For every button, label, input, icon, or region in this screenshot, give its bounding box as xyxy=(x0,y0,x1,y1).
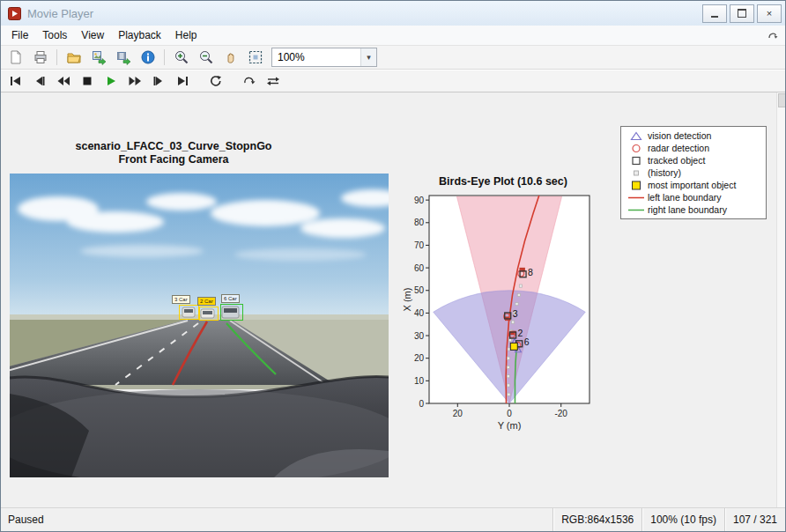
playback-toolbar xyxy=(1,70,785,92)
legend-item-left-lane: left lane boundary xyxy=(625,191,762,203)
loop-mode-icon xyxy=(242,75,256,87)
export-video-icon xyxy=(115,49,131,65)
vehicle-tag-2: 2 Car xyxy=(197,297,216,306)
zoom-out-icon xyxy=(198,49,214,65)
legend-item-history: (history) xyxy=(625,166,762,179)
vision-bbox-1 xyxy=(179,305,199,320)
svg-text:10: 10 xyxy=(414,376,425,386)
step-forward-button[interactable] xyxy=(147,70,170,91)
svg-text:90: 90 xyxy=(414,196,425,205)
camera-title: scenario_LFACC_03_Curve_StopnGo Front Fa… xyxy=(1,140,346,166)
birdseye-plot-title: Birds-Eye Plot (10.6 sec) xyxy=(402,175,604,188)
svg-text:30: 30 xyxy=(414,331,425,341)
maximize-button[interactable] xyxy=(730,4,754,23)
minimize-icon xyxy=(711,16,718,18)
legend-item-radar: radar detection xyxy=(625,142,762,154)
viewer-area: scenario_LFACC_03_Curve_StopnGo Front Fa… xyxy=(1,92,785,508)
menu-file[interactable]: File xyxy=(4,27,35,43)
svg-text:50: 50 xyxy=(414,285,425,295)
fit-to-view-button[interactable] xyxy=(243,47,267,68)
open-button[interactable] xyxy=(62,47,85,68)
vision-bbox-2 xyxy=(199,307,219,321)
fast-forward-button[interactable] xyxy=(123,70,146,91)
step-back-button[interactable] xyxy=(28,70,51,91)
svg-text:X (m): X (m) xyxy=(402,288,412,312)
legend-item-tracked: tracked object xyxy=(625,154,762,166)
vision-bbox-3 xyxy=(220,304,243,321)
zoom-level-value: 100% xyxy=(272,51,360,63)
svg-text:80: 80 xyxy=(414,218,425,227)
export-image-icon xyxy=(91,49,107,65)
tracked-object-icon xyxy=(627,156,646,166)
last-frame-icon xyxy=(175,76,189,86)
fast-forward-icon xyxy=(128,76,142,86)
pan-hand-icon xyxy=(223,49,239,65)
front-facing-camera-view: 3 Car 2 Car 6 Car xyxy=(10,174,389,477)
play-button[interactable] xyxy=(100,70,122,91)
menu-help[interactable]: Help xyxy=(168,27,204,43)
close-icon: × xyxy=(767,8,772,18)
birdseye-plot: 38260102030405060708090200-20Y (m)X (m) xyxy=(402,188,597,443)
zoom-out-button[interactable] xyxy=(194,47,218,68)
svg-text:0: 0 xyxy=(419,399,424,409)
radar-detection-icon xyxy=(627,144,646,153)
stop-button[interactable] xyxy=(76,70,99,91)
stop-icon xyxy=(80,76,94,86)
camera-title-line1: scenario_LFACC_03_Curve_StopnGo xyxy=(1,140,346,153)
scrollbar-thumb[interactable] xyxy=(778,93,786,107)
repeat-button[interactable] xyxy=(204,70,227,91)
plot-legend: vision detection radar detection tracked… xyxy=(620,126,767,219)
svg-text:60: 60 xyxy=(414,263,425,273)
menu-tools[interactable]: Tools xyxy=(35,27,74,43)
combobox-dropdown-icon[interactable]: ▾ xyxy=(360,48,376,66)
goto-first-frame-button[interactable] xyxy=(4,70,27,91)
statusbar: Paused RGB:864x1536 100% (10 fps) 107 / … xyxy=(1,507,785,531)
playback-state: Paused xyxy=(1,514,552,526)
playback-mode-button[interactable] xyxy=(238,70,261,91)
birdseye-plot-svg: 38260102030405060708090200-20Y (m)X (m) xyxy=(402,188,597,440)
fliprepeat-button[interactable] xyxy=(262,70,285,91)
vehicle-tag-1: 3 Car xyxy=(172,295,190,304)
menu-view[interactable]: View xyxy=(74,27,111,43)
svg-text:20: 20 xyxy=(414,353,425,363)
legend-item-vision: vision detection xyxy=(625,129,762,142)
legend-item-right-lane: right lane boundary xyxy=(625,203,762,216)
export-video-button[interactable] xyxy=(111,47,135,68)
svg-text:6: 6 xyxy=(524,336,530,347)
rewind-button[interactable] xyxy=(52,70,75,91)
svg-text:-20: -20 xyxy=(554,409,567,418)
zoom-level-combobox[interactable]: 100% ▾ xyxy=(271,48,377,67)
status-rgb: RGB:864x1536 xyxy=(552,508,641,531)
close-button[interactable]: × xyxy=(757,4,782,23)
status-fps: 100% (10 fps) xyxy=(641,508,724,531)
legend-item-mio: most important object xyxy=(625,179,762,191)
print-icon xyxy=(33,49,48,65)
first-frame-icon xyxy=(9,76,23,86)
camera-title-line2: Front Facing Camera xyxy=(1,153,346,166)
left-lane-boundary-icon xyxy=(627,193,646,203)
minimize-button[interactable] xyxy=(702,4,727,23)
new-file-icon xyxy=(8,49,24,65)
info-button[interactable] xyxy=(136,47,159,68)
vehicle-tag-3: 6 Car xyxy=(221,294,240,303)
vertical-scrollbar[interactable] xyxy=(776,92,785,508)
status-frame: 107 / 321 xyxy=(724,508,785,531)
zoom-in-button[interactable] xyxy=(169,47,193,68)
vision-detection-icon xyxy=(627,131,646,141)
app-icon xyxy=(8,7,21,20)
svg-text:8: 8 xyxy=(528,267,533,277)
zoom-in-icon xyxy=(174,49,189,65)
goto-last-frame-button[interactable] xyxy=(171,70,194,91)
pan-button[interactable] xyxy=(219,47,242,68)
new-button[interactable] xyxy=(4,47,27,68)
export-image-button[interactable] xyxy=(86,47,110,68)
info-icon xyxy=(140,49,156,65)
main-toolbar: 100% ▾ xyxy=(1,46,785,70)
print-button[interactable] xyxy=(28,47,52,68)
undock-arrow-icon[interactable] xyxy=(767,30,780,41)
movie-player-window: Movie Player × File Tools View Playback … xyxy=(0,0,786,532)
most-important-object-icon xyxy=(627,181,646,190)
menu-playback[interactable]: Playback xyxy=(111,27,168,43)
maximize-icon xyxy=(738,9,746,18)
svg-text:0: 0 xyxy=(507,409,512,418)
